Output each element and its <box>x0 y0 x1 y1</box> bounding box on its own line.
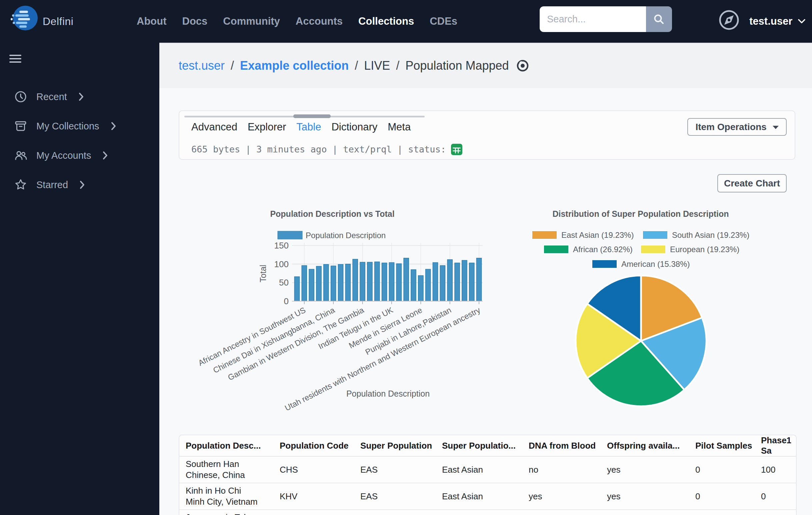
table-column-header[interactable]: Super Population <box>354 435 436 456</box>
table-column-header[interactable]: Offspring availa... <box>601 435 689 456</box>
chevron-right-icon <box>79 92 84 101</box>
table-cell: 0 <box>755 483 796 510</box>
nav-item-collections[interactable]: Collections <box>358 15 414 27</box>
tab-scrollbar-thumb[interactable] <box>293 114 331 118</box>
people-icon <box>14 149 27 162</box>
sidebar-item-label: Starred <box>36 180 68 190</box>
bar-legend-swatch <box>278 231 302 239</box>
star-icon <box>14 179 27 191</box>
pie-chart-title: Distribution of Super Population Descrip… <box>552 209 729 218</box>
tab-advanced[interactable]: Advanced <box>191 121 237 133</box>
create-chart-button[interactable]: Create Chart <box>717 174 787 192</box>
nav-item-about[interactable]: About <box>137 15 167 27</box>
table-column-header[interactable]: Population Desc... <box>179 435 273 456</box>
table-cell <box>273 510 354 515</box>
bar-plot-area: 050100150African Ancestry in Southwest U… <box>197 241 483 413</box>
nav-item-cdes[interactable]: CDEs <box>430 15 457 27</box>
table-cell <box>354 510 436 515</box>
pie-legend-swatch <box>544 245 569 253</box>
table-cell: no <box>522 456 601 483</box>
pie-legend-label: African (26.92%) <box>573 245 633 254</box>
breadcrumb-separator: / <box>355 59 358 73</box>
table-cell: 0 <box>689 483 755 510</box>
table-cell: Kinh in Ho Chi Minh City, Vietnam <box>179 483 273 510</box>
table-cell <box>689 510 755 515</box>
table-column-header[interactable]: DNA from Blood <box>522 435 601 456</box>
table-column-header[interactable]: Super Populatio... <box>436 435 522 456</box>
username: test.user <box>749 15 792 27</box>
table-cell <box>755 510 796 515</box>
pie-chart: Distribution of Super Population Descrip… <box>520 204 767 408</box>
magnifier-icon <box>653 14 665 25</box>
table-cell: Southern Han Chinese, China <box>179 456 273 483</box>
search-input[interactable] <box>540 6 646 32</box>
pie-legend-swatch <box>592 260 617 268</box>
pie-plot-area <box>576 275 706 406</box>
table-cell: EAS <box>354 456 436 483</box>
chevron-right-icon <box>80 181 85 189</box>
breadcrumb-item-3: LIVE <box>364 59 390 73</box>
pie-legend-swatch <box>641 245 666 253</box>
bar-y-axis-title: Total <box>258 265 268 282</box>
table-row[interactable]: Kinh in Ho Chi Minh City, VietnamKHVEASE… <box>179 483 796 510</box>
compass-icon[interactable] <box>718 9 740 31</box>
svg-text:Chinese Dai in Xishuangbanna,: Chinese Dai in Xishuangbanna, China <box>212 305 336 375</box>
table-cell <box>601 510 689 515</box>
sidebar-item-recent[interactable]: Recent <box>0 82 160 111</box>
pie-legend-label: European (19.23%) <box>670 245 740 254</box>
item-operations-button[interactable]: Item Operations <box>687 118 787 136</box>
tab-explorer[interactable]: Explorer <box>248 121 286 133</box>
breadcrumb: test.user/Example collection/LIVE/Popula… <box>179 43 530 88</box>
table-cell: East Asian <box>436 483 522 510</box>
sidebar: RecentMy CollectionsMy AccountsStarred <box>0 43 160 515</box>
primary-nav: AboutDocsCommunityAccountsCollectionsCDE… <box>137 0 457 43</box>
chevron-down-icon <box>798 19 806 24</box>
sidebar-item-my-collections[interactable]: My Collections <box>0 111 160 141</box>
caret-down-icon <box>773 126 779 129</box>
item-tabs: AdvancedExplorerTableDictionaryMeta <box>191 121 411 133</box>
sidebar-item-my-accounts[interactable]: My Accounts <box>0 141 160 170</box>
table-column-header[interactable]: Population Code <box>273 435 354 456</box>
table-cell <box>436 510 522 515</box>
data-table: Population Desc...Population CodeSuper P… <box>179 435 796 515</box>
breadcrumb-item-2[interactable]: Example collection <box>240 59 349 73</box>
breadcrumb-item-4: Population Mapped <box>405 59 509 73</box>
chevron-right-icon <box>111 122 116 130</box>
tab-dictionary[interactable]: Dictionary <box>331 121 377 133</box>
tab-table[interactable]: Table <box>296 121 321 133</box>
sidebar-item-label: Recent <box>36 91 67 102</box>
search-button[interactable] <box>646 6 672 32</box>
pie-legend-label: East Asian (19.23%) <box>561 231 634 240</box>
hamburger-icon[interactable] <box>9 55 21 65</box>
eye-icon[interactable] <box>516 59 530 73</box>
breadcrumb-bar: test.user/Example collection/LIVE/Popula… <box>160 43 812 88</box>
pie-legend: East Asian (19.23%)South Asian (19.23%)A… <box>532 231 749 269</box>
table-cell: EAS <box>354 483 436 510</box>
table-row[interactable]: Japanese in Tokyo <box>179 510 796 515</box>
bar-chart-title: Population Description vs Total <box>270 209 394 218</box>
breadcrumb-separator: / <box>396 59 399 73</box>
item-meta-text: 665 bytes | 3 minutes ago | text/prql | … <box>191 144 446 155</box>
delfini-logo-icon[interactable] <box>10 4 38 32</box>
table-cell: 0 <box>689 456 755 483</box>
bar-x-axis-title: Population Description <box>346 389 430 398</box>
table-grid-icon <box>451 143 463 156</box>
pie-legend-label: South Asian (19.23%) <box>672 231 749 240</box>
breadcrumb-item-1[interactable]: test.user <box>179 59 225 73</box>
nav-item-community[interactable]: Community <box>223 15 280 27</box>
table-column-header[interactable]: Phase1 Sa <box>755 435 796 456</box>
table-cell: Japanese in Tokyo <box>179 510 273 515</box>
table-column-header[interactable]: Pilot Samples <box>689 435 755 456</box>
table-cell: KHV <box>273 483 354 510</box>
table-cell: yes <box>522 483 601 510</box>
nav-item-docs[interactable]: Docs <box>182 15 208 27</box>
breadcrumb-separator: / <box>231 59 234 73</box>
table-row[interactable]: Southern Han Chinese, ChinaCHSEASEast As… <box>179 456 796 483</box>
table-cell: yes <box>601 456 689 483</box>
pie-legend-label: American (15.38%) <box>621 260 690 269</box>
user-menu[interactable]: test.user <box>749 0 806 43</box>
bar-chart: Population Description vs Total Populati… <box>257 204 493 404</box>
tab-meta[interactable]: Meta <box>388 121 411 133</box>
sidebar-item-starred[interactable]: Starred <box>0 170 160 199</box>
nav-item-accounts[interactable]: Accounts <box>296 15 343 27</box>
